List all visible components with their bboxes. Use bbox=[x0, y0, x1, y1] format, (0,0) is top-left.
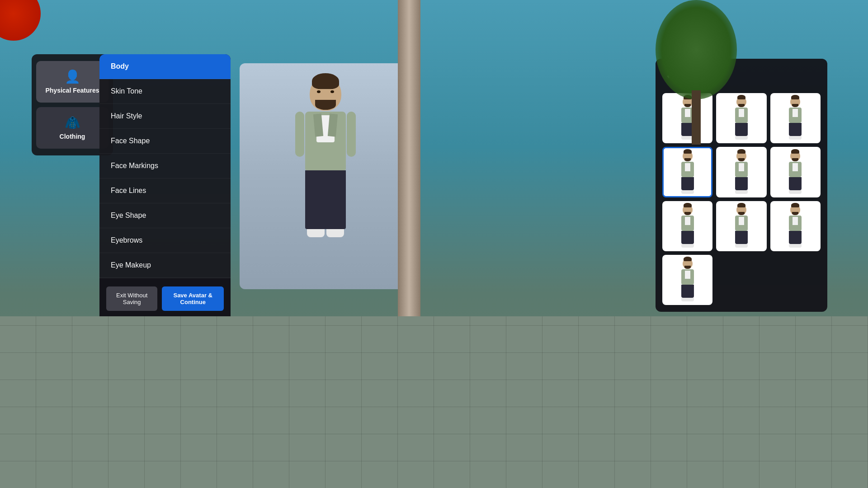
avatar-beard bbox=[315, 100, 336, 110]
mini-pants-10 bbox=[681, 285, 694, 298]
mini-pants-5 bbox=[735, 177, 748, 190]
grid-item-8[interactable] bbox=[716, 201, 766, 251]
grid-item-6[interactable] bbox=[770, 147, 821, 197]
mini-body-9 bbox=[789, 216, 802, 231]
save-button[interactable]: Save Avatar & Continue bbox=[162, 286, 224, 311]
floor-tiles bbox=[0, 316, 868, 488]
tree-decoration bbox=[651, 0, 741, 145]
menu-item-face-markings[interactable]: Face Markings bbox=[99, 154, 231, 178]
mini-shoes-4 bbox=[681, 190, 694, 194]
mini-head-4 bbox=[683, 151, 693, 161]
mini-hair-9 bbox=[791, 203, 799, 207]
avatar-eye-right bbox=[330, 90, 334, 93]
mini-body-5 bbox=[735, 162, 748, 177]
menu-item-face-shape[interactable]: Face Shape bbox=[99, 129, 231, 154]
avatar-eye-left bbox=[317, 90, 321, 93]
mini-body-7 bbox=[681, 216, 694, 231]
mini-shoes-10 bbox=[681, 298, 694, 301]
mini-hair-10 bbox=[684, 257, 692, 261]
mini-head-8 bbox=[736, 205, 746, 215]
mini-shoes-7 bbox=[681, 244, 694, 248]
menu-item-hair-style[interactable]: Hair Style bbox=[99, 104, 231, 129]
mini-shoes-3 bbox=[789, 136, 802, 140]
avatar-arm-right bbox=[347, 112, 356, 157]
menu-item-eyebrows[interactable]: Eyebrows bbox=[99, 228, 231, 253]
grid-item-4[interactable] bbox=[662, 147, 712, 197]
grid-item-10[interactable] bbox=[662, 255, 712, 305]
mini-hair-7 bbox=[684, 203, 692, 207]
clothing-label: Clothing bbox=[60, 133, 85, 140]
mini-beard-3 bbox=[792, 104, 798, 107]
avatar-head bbox=[310, 77, 341, 111]
mini-shirt-10 bbox=[685, 271, 690, 279]
mini-avatar-6 bbox=[783, 151, 808, 194]
avatar-leg-right bbox=[326, 170, 344, 229]
left-panel: Body Skin Tone Hair Style Face Shape Fac… bbox=[99, 54, 231, 349]
mini-avatar-5 bbox=[729, 151, 754, 194]
grid-item-5[interactable] bbox=[716, 147, 766, 197]
menu-item-body[interactable]: Body bbox=[99, 54, 231, 79]
mini-hair-5 bbox=[737, 149, 745, 154]
mini-avatar-9 bbox=[783, 205, 808, 248]
mini-pants-9 bbox=[789, 231, 802, 244]
mini-beard-9 bbox=[792, 212, 798, 215]
mini-beard-4 bbox=[684, 158, 691, 161]
grid-item-9[interactable] bbox=[770, 201, 821, 251]
avatar-pants bbox=[305, 170, 346, 229]
mini-beard-8 bbox=[738, 212, 745, 215]
avatar-arms bbox=[295, 112, 356, 161]
mini-shirt-3 bbox=[793, 109, 798, 117]
category-item-clothing[interactable]: 🧥 Clothing bbox=[36, 107, 108, 149]
mini-beard-7 bbox=[684, 212, 691, 215]
mini-hair-4 bbox=[684, 149, 692, 154]
mini-shirt-8 bbox=[739, 217, 744, 225]
grid-item-empty-2 bbox=[770, 255, 821, 305]
avatar-shoe-right bbox=[326, 229, 344, 237]
clothing-icon: 🧥 bbox=[41, 115, 104, 130]
avatar-arm-left bbox=[295, 112, 304, 157]
mini-shoes-6 bbox=[789, 190, 802, 194]
mini-shoes-8 bbox=[735, 244, 748, 248]
mini-head-7 bbox=[683, 205, 693, 215]
mini-pants-3 bbox=[789, 123, 802, 136]
mini-head-9 bbox=[790, 205, 800, 215]
mini-hair-6 bbox=[791, 149, 799, 154]
mini-body-10 bbox=[681, 269, 694, 285]
menu-item-eye-makeup[interactable]: Eye Makeup bbox=[99, 253, 231, 278]
mini-hair-8 bbox=[737, 203, 745, 207]
menu-item-eye-shape[interactable]: Eye Shape bbox=[99, 203, 231, 228]
grid-item-3[interactable] bbox=[770, 93, 821, 143]
avatar-leg-left bbox=[307, 170, 325, 229]
mini-shirt-6 bbox=[793, 163, 798, 171]
mini-body-4 bbox=[681, 162, 694, 177]
mini-pants-6 bbox=[789, 177, 802, 190]
mini-body-8 bbox=[735, 216, 748, 231]
avatar-shoes bbox=[305, 229, 346, 237]
exit-button[interactable]: Exit Without Saving bbox=[106, 286, 157, 311]
tree-trunk bbox=[692, 90, 701, 145]
mini-head-5 bbox=[736, 151, 746, 161]
mini-beard-10 bbox=[684, 266, 691, 269]
menu-item-skin-tone[interactable]: Skin Tone bbox=[99, 79, 231, 104]
mini-avatar-3 bbox=[783, 97, 808, 140]
mini-avatar-8 bbox=[729, 205, 754, 248]
mini-pants-8 bbox=[735, 231, 748, 244]
mini-head-10 bbox=[683, 258, 693, 269]
avatar-figure bbox=[267, 72, 384, 280]
mini-shirt-4 bbox=[685, 163, 690, 171]
pillar-left bbox=[398, 0, 420, 316]
menu-item-face-lines[interactable]: Face Lines bbox=[99, 178, 231, 203]
physical-features-icon: 👤 bbox=[41, 69, 104, 84]
mini-beard-5 bbox=[738, 158, 745, 161]
mini-head-3 bbox=[790, 97, 800, 107]
mini-head-6 bbox=[790, 151, 800, 161]
grid-item-empty-1 bbox=[716, 255, 766, 305]
mini-pants-4 bbox=[681, 177, 694, 190]
mini-body-3 bbox=[789, 108, 802, 123]
category-item-physical-features[interactable]: 👤 Physical Features bbox=[36, 61, 108, 103]
mini-shirt-9 bbox=[793, 217, 798, 225]
mini-hair-3 bbox=[791, 95, 799, 99]
grid-item-7[interactable] bbox=[662, 201, 712, 251]
mini-avatar-7 bbox=[675, 205, 700, 248]
physical-features-label: Physical Features bbox=[45, 87, 99, 94]
